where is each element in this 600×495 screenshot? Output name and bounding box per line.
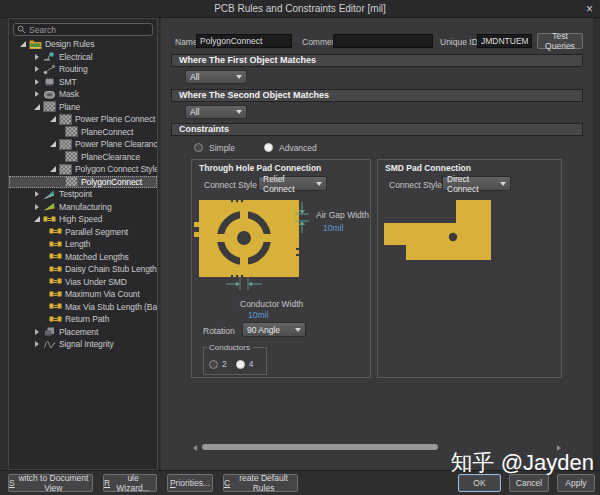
- tree-item-label: Polygon Connect Style: [75, 164, 157, 174]
- expand-arrow-icon[interactable]: [33, 339, 43, 349]
- tree-item-planeconnect[interactable]: PlaneConnect: [9, 126, 157, 139]
- scrollbar-thumb[interactable]: [202, 444, 438, 450]
- tree-item-routing[interactable]: Routing: [9, 63, 157, 76]
- testpoint-icon: [43, 189, 56, 200]
- tree-item-label: Daisy Chain Stub Length: [65, 264, 157, 274]
- simple-radio[interactable]: [194, 143, 203, 152]
- plane-icon: [65, 176, 78, 187]
- th-connect-style-value: Relief Connect: [263, 174, 316, 194]
- collapse-arrow-icon[interactable]: [49, 164, 59, 174]
- search-box[interactable]: [13, 23, 153, 36]
- tree-item-polygonconnect[interactable]: PolygonConnect: [9, 176, 157, 189]
- expand-arrow-icon[interactable]: [33, 202, 43, 212]
- expand-arrow-icon[interactable]: [33, 327, 43, 337]
- create-default-rules-button[interactable]: Create Default Rules: [223, 474, 298, 492]
- tree-item-mask[interactable]: Mask: [9, 88, 157, 101]
- direct-connect-preview: [378, 194, 498, 266]
- tree-item-maximum-via-count[interactable]: Maximum Via Count: [9, 288, 157, 301]
- electrical-icon: [43, 51, 56, 62]
- collapse-arrow-icon[interactable]: [49, 114, 59, 124]
- tree-item-label: Manufacturing: [59, 202, 112, 212]
- tree-item-smt[interactable]: SMT: [9, 76, 157, 89]
- tree-item-plane[interactable]: Plane: [9, 101, 157, 114]
- tree-item-polygon-connect-style[interactable]: Polygon Connect Style: [9, 163, 157, 176]
- rotation-dropdown[interactable]: 90 Angle: [242, 322, 306, 337]
- tree-item-label: PlaneClearance: [81, 152, 140, 162]
- tree-item-label: SMT: [59, 77, 77, 87]
- tree-item-planeclearance[interactable]: PlaneClearance: [9, 151, 157, 164]
- tree-item-electrical[interactable]: Electrical: [9, 51, 157, 64]
- rules-tree-panel: Design RulesElectricalRoutingSMTMaskPlan…: [8, 18, 158, 470]
- collapse-arrow-icon[interactable]: [33, 214, 43, 224]
- comment-input[interactable]: [333, 34, 433, 48]
- simple-radio-label: Simple: [209, 143, 235, 153]
- rule-wizard-button[interactable]: Rule Wizard...: [103, 474, 157, 492]
- tree-item-label: Signal Integrity: [59, 339, 114, 349]
- signal-integrity-icon: [43, 339, 56, 350]
- smt-icon: [43, 76, 56, 87]
- smd-connect-style-label: Connect Style: [389, 180, 442, 190]
- highspeed-icon: [43, 214, 56, 225]
- conductors-2-radio[interactable]: [209, 360, 218, 369]
- tree-item-vias-under-smd[interactable]: Vias Under SMD: [9, 276, 157, 289]
- collapse-arrow-icon[interactable]: [19, 39, 29, 49]
- collapse-arrow-icon[interactable]: [49, 139, 59, 149]
- second-object-scope-dropdown[interactable]: All: [185, 105, 247, 119]
- conductors-4-radio[interactable]: [236, 360, 245, 369]
- folder-icon: [29, 39, 42, 50]
- tree-item-length[interactable]: Length: [9, 238, 157, 251]
- tree-item-parallel-segment[interactable]: Parallel Segment: [9, 226, 157, 239]
- collapse-arrow-icon[interactable]: [33, 102, 43, 112]
- scroll-left-arrow-icon[interactable]: [193, 445, 197, 451]
- expand-arrow-icon[interactable]: [33, 189, 43, 199]
- advanced-radio[interactable]: [264, 143, 273, 152]
- chevron-down-icon: [236, 110, 242, 114]
- th-connect-style-label: Connect Style: [204, 180, 257, 190]
- tree-item-daisy-chain-stub-length[interactable]: Daisy Chain Stub Length: [9, 263, 157, 276]
- second-object-scope-value: All: [190, 107, 199, 117]
- name-input[interactable]: [196, 34, 292, 48]
- search-input[interactable]: [29, 25, 149, 35]
- smd-connect-style-dropdown[interactable]: Direct Connect: [442, 176, 511, 191]
- smd-pad-connection-group: SMD Pad Connection Connect Style Direct …: [377, 159, 562, 378]
- tree-item-design-rules[interactable]: Design Rules: [9, 38, 157, 51]
- tree-item-matched-lengths[interactable]: Matched Lengths: [9, 251, 157, 264]
- test-queries-button[interactable]: Test Queries: [537, 33, 583, 49]
- highspeed-icon: [49, 226, 62, 237]
- switch-to-document-view-button[interactable]: Switch to Document View: [8, 474, 93, 492]
- tree-item-placement[interactable]: Placement: [9, 326, 157, 339]
- highspeed-icon: [49, 289, 62, 300]
- unique-id-input[interactable]: [477, 34, 532, 48]
- chevron-down-icon: [295, 328, 301, 332]
- title-bar: PCB Rules and Constraints Editor [mil] ×: [0, 0, 600, 18]
- tree-item-max-via-stub-length-back-drillin[interactable]: Max Via Stub Length (Back Drillin: [9, 301, 157, 314]
- through-hole-group-title: Through Hole Pad Connection: [199, 163, 321, 173]
- highspeed-icon: [49, 301, 62, 312]
- tree-item-power-plane-connect-style[interactable]: Power Plane Connect Style: [9, 113, 157, 126]
- conductors-2-label: 2: [222, 359, 227, 369]
- highspeed-icon: [49, 251, 62, 262]
- expand-arrow-icon[interactable]: [33, 52, 43, 62]
- expand-arrow-icon[interactable]: [33, 64, 43, 74]
- air-gap-width-label: Air Gap Width: [316, 210, 369, 220]
- first-object-scope-dropdown[interactable]: All: [185, 70, 247, 84]
- tree-item-label: Parallel Segment: [65, 227, 128, 237]
- tree-item-label: Electrical: [59, 52, 92, 62]
- tree-item-high-speed[interactable]: High Speed: [9, 213, 157, 226]
- rotation-value: 90 Angle: [247, 325, 280, 335]
- th-connect-style-dropdown[interactable]: Relief Connect: [258, 176, 327, 191]
- air-gap-width-value: 10mil: [323, 223, 343, 233]
- tree-item-label: Power Plane Connect Style: [75, 114, 157, 124]
- tree-item-return-path[interactable]: Return Path: [9, 313, 157, 326]
- tree-item-power-plane-clearance[interactable]: Power Plane Clearance: [9, 138, 157, 151]
- tree-item-label: Routing: [59, 64, 88, 74]
- tree-item-signal-integrity[interactable]: Signal Integrity: [9, 338, 157, 351]
- tree-item-manufacturing[interactable]: Manufacturing: [9, 201, 157, 214]
- highspeed-icon: [49, 264, 62, 275]
- priorities-button[interactable]: Priorities...: [167, 474, 213, 492]
- close-icon[interactable]: ×: [586, 1, 593, 17]
- expand-arrow-icon[interactable]: [33, 77, 43, 87]
- tree-item-testpoint[interactable]: Testpoint: [9, 188, 157, 201]
- tree-item-label: Plane: [59, 102, 80, 112]
- expand-arrow-icon[interactable]: [33, 89, 43, 99]
